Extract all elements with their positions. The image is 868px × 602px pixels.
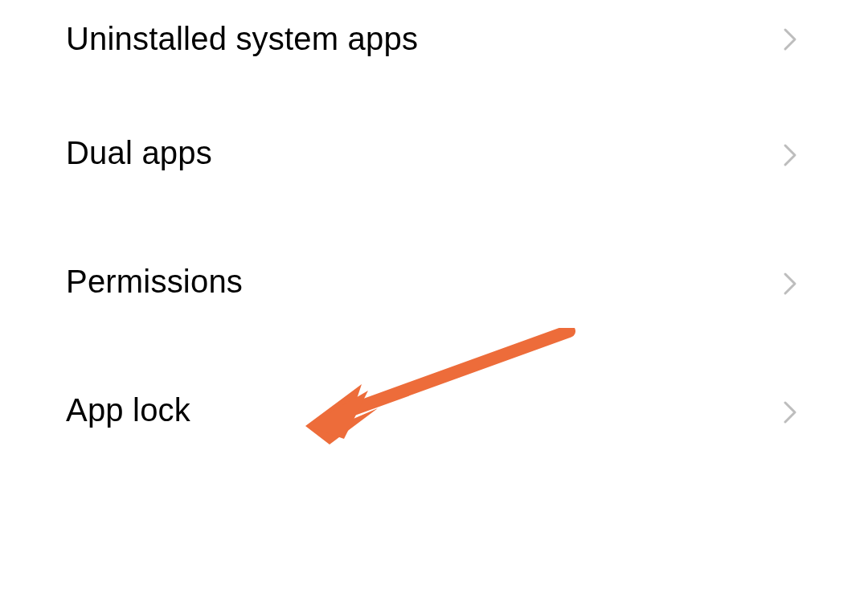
list-item-label: Dual apps bbox=[66, 135, 212, 171]
list-item-label: Uninstalled system apps bbox=[66, 21, 418, 57]
list-item-label: Permissions bbox=[66, 264, 243, 300]
chevron-right-icon bbox=[783, 143, 802, 162]
list-item-label: App lock bbox=[66, 392, 190, 428]
chevron-right-icon bbox=[783, 27, 802, 47]
chevron-right-icon bbox=[783, 272, 802, 291]
list-item-uninstalled-system-apps[interactable]: Uninstalled system apps bbox=[0, 0, 868, 88]
list-item-dual-apps[interactable]: Dual apps bbox=[0, 88, 868, 217]
list-item-permissions[interactable]: Permissions bbox=[0, 217, 868, 346]
list-item-app-lock[interactable]: App lock bbox=[0, 346, 868, 474]
settings-list: Uninstalled system apps Dual apps Permis… bbox=[0, 0, 868, 474]
chevron-right-icon bbox=[783, 400, 802, 420]
